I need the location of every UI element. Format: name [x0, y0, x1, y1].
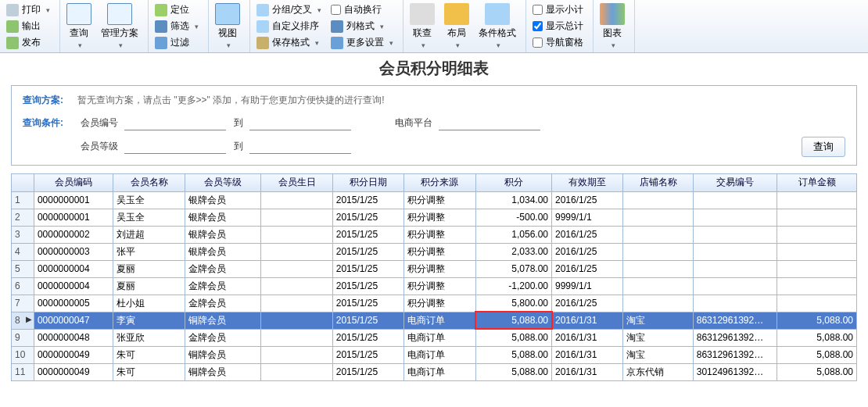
cell[interactable]: 金牌会员	[185, 260, 260, 277]
cell[interactable]: 淘宝	[623, 329, 693, 346]
cell[interactable]: 积分调整	[404, 191, 475, 209]
cell[interactable]: 2015/1/25	[332, 312, 404, 329]
filter2-button[interactable]: 过滤	[152, 35, 202, 50]
cell[interactable]	[623, 277, 693, 295]
level-to-input[interactable]	[249, 138, 351, 154]
cell[interactable]: 5,088.00	[777, 346, 857, 363]
cell[interactable]: 积分调整	[404, 243, 475, 260]
cell[interactable]: 0000000004	[34, 260, 113, 277]
link-button[interactable]: 联查	[405, 2, 439, 51]
cell[interactable]	[777, 277, 857, 295]
cell[interactable]	[693, 209, 777, 226]
cell[interactable]: 电商订单	[404, 346, 475, 363]
memberno-to-input[interactable]	[249, 115, 351, 130]
level-from-input[interactable]	[124, 138, 226, 154]
row-header[interactable]	[12, 174, 34, 191]
cell[interactable]	[693, 243, 777, 260]
cell[interactable]	[777, 191, 857, 209]
cell[interactable]: 积分调整	[404, 295, 475, 312]
cell[interactable]: 2016/1/25	[552, 243, 623, 260]
cell[interactable]: 1	[12, 191, 34, 209]
query-button[interactable]: 查询	[802, 137, 845, 157]
cell[interactable]: 李寅	[113, 312, 185, 329]
cell[interactable]: 2,033.00	[475, 243, 551, 260]
colformat-button[interactable]: 列格式	[328, 19, 396, 34]
cell[interactable]: 2015/1/25	[332, 226, 404, 243]
cell[interactable]	[777, 260, 857, 277]
cell[interactable]: 2015/1/25	[332, 243, 404, 260]
autowrap-checkbox[interactable]	[331, 5, 341, 15]
cell[interactable]: 银牌会员	[185, 243, 260, 260]
cell[interactable]: 电商订单	[404, 363, 475, 380]
cell[interactable]: 2016/1/25	[552, 295, 623, 312]
cell[interactable]: 0000000048	[34, 329, 113, 346]
cell[interactable]: 5,088.00	[475, 346, 551, 363]
cell[interactable]	[261, 226, 332, 243]
cell[interactable]: 积分调整	[404, 209, 475, 226]
cell[interactable]: 0000000049	[34, 346, 113, 363]
cell[interactable]: -500.00	[475, 209, 551, 226]
cell[interactable]	[693, 260, 777, 277]
col-header[interactable]: 会员等级	[185, 174, 260, 191]
cell[interactable]: 5,088.00	[475, 312, 551, 329]
cell[interactable]: 0000000049	[34, 363, 113, 380]
col-header[interactable]: 订单金额	[777, 174, 857, 191]
publish-button[interactable]: 发布	[3, 35, 53, 50]
cell[interactable]: 2015/1/25	[332, 260, 404, 277]
cell[interactable]: 5,078.00	[475, 260, 551, 277]
cell[interactable]	[623, 295, 693, 312]
col-header[interactable]: 会员编码	[34, 174, 113, 191]
cell[interactable]: 5,088.00	[475, 329, 551, 346]
cell[interactable]	[777, 226, 857, 243]
cell[interactable]: 2016/1/25	[552, 226, 623, 243]
cell[interactable]: 7	[12, 295, 34, 312]
cell[interactable]: 银牌会员	[185, 191, 260, 209]
cell[interactable]: 2016/1/31	[552, 329, 623, 346]
cell[interactable]: 86312961392…	[693, 312, 777, 329]
cell[interactable]	[623, 260, 693, 277]
cell[interactable]: 0000000001	[34, 209, 113, 226]
cell[interactable]	[623, 243, 693, 260]
cell[interactable]	[623, 209, 693, 226]
col-header[interactable]: 会员名称	[113, 174, 185, 191]
cell[interactable]: 张平	[113, 243, 185, 260]
cell[interactable]: 京东代销	[623, 363, 693, 380]
table-row[interactable]: 90000000048张亚欣金牌会员2015/1/25电商订单5,088.002…	[12, 329, 857, 346]
cell[interactable]: 10	[12, 346, 34, 363]
cell[interactable]: 电商订单	[404, 312, 475, 329]
cell[interactable]: 4	[12, 243, 34, 260]
nav-checkbox[interactable]	[533, 37, 543, 48]
cell[interactable]: 5	[12, 260, 34, 277]
cell[interactable]: 2015/1/25	[332, 191, 404, 209]
autowrap-check[interactable]: 自动换行	[328, 2, 396, 17]
cell[interactable]: 2016/1/25	[552, 260, 623, 277]
view-button[interactable]: 视图	[210, 2, 245, 51]
cell[interactable]: 2015/1/25	[332, 346, 404, 363]
cell[interactable]: 0000000002	[34, 226, 113, 243]
locate-button[interactable]: 定位	[152, 2, 202, 17]
cell[interactable]: 86312961392…	[693, 346, 777, 363]
cell[interactable]	[777, 295, 857, 312]
cell[interactable]	[777, 243, 857, 260]
cell[interactable]: 淘宝	[623, 312, 693, 329]
cell[interactable]	[261, 243, 332, 260]
col-header[interactable]: 有效期至	[552, 174, 623, 191]
cell[interactable]: 5,088.00	[777, 363, 857, 380]
chart-button[interactable]: 图表	[595, 2, 629, 51]
table-row[interactable]: 40000000003张平银牌会员2015/1/25积分调整2,033.0020…	[12, 243, 857, 260]
cell[interactable]: 银牌会员	[185, 226, 260, 243]
cell[interactable]	[693, 191, 777, 209]
cell[interactable]: 0000000047	[34, 312, 113, 329]
col-header[interactable]: 积分日期	[332, 174, 404, 191]
cell[interactable]: 3	[12, 226, 34, 243]
col-header[interactable]: 积分	[475, 174, 551, 191]
cell[interactable]: 朱可	[113, 346, 185, 363]
table-row[interactable]: 50000000004夏丽金牌会员2015/1/25积分调整5,078.0020…	[12, 260, 857, 277]
cell[interactable]: 电商订单	[404, 329, 475, 346]
cell[interactable]: 1,056.00	[475, 226, 551, 243]
cell[interactable]: 金牌会员	[185, 277, 260, 295]
print-button[interactable]: 打印	[3, 2, 53, 17]
subtotal-checkbox[interactable]	[533, 5, 543, 15]
table-row[interactable]: 10000000001吴玉全银牌会员2015/1/25积分调整1,034.002…	[12, 191, 857, 209]
cell[interactable]: 吴玉全	[113, 191, 185, 209]
